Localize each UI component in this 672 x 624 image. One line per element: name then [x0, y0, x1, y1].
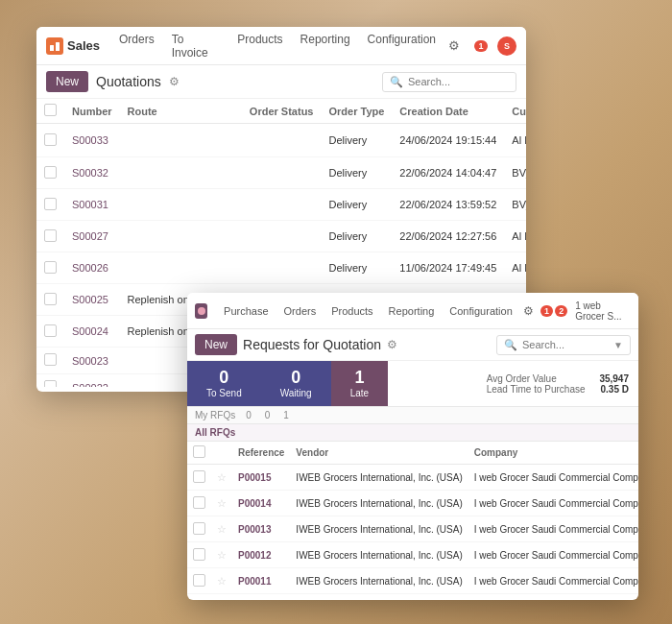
my-rfqs-label: My RFQs — [195, 410, 235, 420]
quotation-number-4[interactable]: S00026 — [64, 252, 120, 284]
quotation-number-0[interactable]: S00033 — [64, 124, 120, 157]
my-rfqs-section: My RFQs 0 0 1 — [187, 407, 638, 423]
quotation-type-1: Delivery — [321, 157, 392, 189]
my-rfqs-late: 1 — [283, 410, 289, 420]
row-checkbox-0[interactable] — [44, 133, 57, 146]
quotation-row: S00033 Delivery 24/06/2024 19:15:44 Al N… — [36, 124, 526, 157]
row-checkbox-4[interactable] — [44, 261, 57, 274]
quotation-number-2[interactable]: S00031 — [64, 189, 120, 221]
quotation-number-7[interactable]: S00023 — [64, 348, 120, 374]
my-rfqs-to-send: 0 — [246, 410, 252, 420]
purchase-nav-products[interactable]: Products — [324, 300, 379, 322]
rfq-reference-5[interactable]: P00010 — [232, 594, 290, 601]
svg-rect-0 — [50, 45, 54, 51]
sales-logo[interactable]: Sales — [46, 37, 100, 55]
row-checkbox-7[interactable] — [44, 353, 57, 366]
rfq-star-icon-3[interactable]: ☆ — [217, 549, 227, 561]
notification-badge-1[interactable]: 1 — [470, 36, 492, 57]
purchase-logo[interactable] — [195, 303, 207, 319]
stat-to-send-button[interactable]: 0 To Send — [187, 361, 261, 406]
lead-time-label: Lead Time to Purchase — [487, 384, 586, 395]
new-quotation-button[interactable]: New — [46, 71, 88, 92]
quotation-number-5[interactable]: S00025 — [64, 284, 120, 316]
quotation-number-6[interactable]: S00024 — [64, 316, 120, 348]
stat-waiting-label: Waiting — [280, 388, 312, 398]
avg-order-label: Avg Order Value — [487, 373, 557, 384]
row-checkbox-5[interactable] — [44, 293, 57, 305]
purchase-logo-dot — [198, 307, 205, 315]
rfq-star-icon-0[interactable]: ☆ — [217, 471, 227, 483]
sales-toolbar: New Quotations ⚙ 🔍 — [36, 65, 526, 99]
rfq-row-checkbox-3[interactable] — [193, 548, 205, 561]
rfq-select-all[interactable] — [193, 445, 205, 458]
web-grocer-label: 1 web Grocer S... — [575, 300, 631, 322]
quotation-customer-1: BV_User2 — [504, 157, 526, 189]
purchase-rfq-window: Purchase Orders Products Reporting Confi… — [187, 293, 638, 600]
quotation-route-3 — [120, 221, 242, 252]
quotation-type-2: Delivery — [321, 189, 392, 221]
stat-waiting-button[interactable]: 0 Waiting — [261, 361, 331, 406]
row-checkbox-6[interactable] — [44, 324, 57, 337]
settings-icon-btn[interactable]: ⚙ — [444, 36, 465, 57]
nav-item-configuration[interactable]: Configuration — [360, 27, 444, 65]
quotation-route-2 — [120, 189, 242, 221]
purchase-nav-purchase[interactable]: Purchase — [217, 300, 275, 322]
sales-logo-svg — [49, 40, 60, 52]
rfq-star-icon-2[interactable]: ☆ — [217, 523, 227, 535]
quotations-search-input[interactable] — [408, 76, 509, 87]
stat-late-count: 1 — [354, 369, 364, 386]
new-rfq-button[interactable]: New — [195, 334, 237, 355]
purchase-nav-reporting[interactable]: Reporting — [382, 300, 442, 322]
rfq-row-checkbox-5[interactable] — [193, 600, 205, 601]
quotation-type-3: Delivery — [321, 221, 392, 252]
quotation-customer-3: Al Nakhl Al Dhahabin... — [504, 221, 526, 252]
rfq-table-head: Reference Vendor Company Buyer Order Dea… — [187, 442, 638, 465]
row-checkbox-3[interactable] — [44, 229, 57, 242]
stat-late-button[interactable]: 1 Late — [331, 361, 388, 406]
user-icon-btn[interactable]: S — [497, 36, 516, 56]
purchase-settings-icon[interactable]: ⚙ — [521, 300, 537, 322]
rfq-stats-right: Avg Order Value 35,947 Lead Time to Purc… — [477, 361, 638, 406]
rfq-star-icon-1[interactable]: ☆ — [217, 497, 227, 509]
quotation-customer-0: Al Nakhl Al Dhahabin... — [504, 124, 526, 157]
purchase-nav-orders[interactable]: Orders — [277, 300, 324, 322]
rfq-search-input[interactable] — [522, 339, 609, 350]
quotations-table-head: Number Route Order Status Order Type Cre… — [36, 99, 526, 124]
sales-nav-bar: Sales Orders To Invoice Products Reporti… — [36, 27, 526, 65]
rfq-reference-1[interactable]: P00014 — [232, 491, 290, 516]
rfq-settings-icon[interactable]: ⚙ — [387, 338, 397, 351]
rfq-title: Requests for Quotation — [243, 337, 381, 352]
rfq-reference-3[interactable]: P00012 — [232, 542, 290, 568]
quotation-number-1[interactable]: S00032 — [64, 157, 120, 189]
purchase-nav-configuration[interactable]: Configuration — [443, 300, 518, 322]
row-checkbox-8[interactable] — [44, 380, 57, 387]
quotation-status-3 — [242, 221, 322, 252]
rfq-search-bar[interactable]: 🔍 ▼ — [496, 335, 631, 355]
rfq-toolbar: New Requests for Quotation ⚙ 🔍 ▼ — [187, 329, 638, 361]
quotations-settings-icon[interactable]: ⚙ — [169, 75, 180, 88]
rfq-row-checkbox-1[interactable] — [193, 496, 205, 509]
row-checkbox-2[interactable] — [44, 198, 57, 210]
quotation-number-3[interactable]: S00027 — [64, 221, 120, 252]
nav-item-products[interactable]: Products — [229, 27, 290, 65]
rfq-reference-0[interactable]: P00015 — [232, 465, 290, 491]
rfq-stats-bar: 0 To Send 0 Waiting 1 Late Avg Order Val… — [187, 361, 638, 407]
col-route: Route — [120, 99, 242, 124]
rfq-reference-4[interactable]: P00011 — [232, 568, 290, 594]
rfq-row-checkbox-2[interactable] — [193, 522, 205, 535]
quotation-number-8[interactable]: S00022 — [64, 374, 120, 388]
rfq-star-icon-4[interactable]: ☆ — [217, 575, 227, 587]
row-checkbox-1[interactable] — [44, 166, 57, 179]
nav-item-reporting[interactable]: Reporting — [293, 27, 358, 65]
quotation-route-1 — [120, 157, 242, 189]
quotations-search-bar[interactable]: 🔍 — [382, 72, 516, 92]
nav-item-orders[interactable]: Orders — [111, 27, 162, 65]
quotation-date-1: 22/06/2024 14:04:47 — [392, 157, 504, 189]
nav-item-toinvoice[interactable]: To Invoice — [164, 27, 228, 65]
rfq-row-checkbox-4[interactable] — [193, 574, 205, 587]
select-all-checkbox[interactable] — [44, 104, 57, 116]
rfq-row-checkbox-0[interactable] — [193, 470, 205, 483]
rfq-search-dropdown-icon[interactable]: ▼ — [613, 340, 623, 350]
col-number: Number — [64, 99, 120, 124]
rfq-reference-2[interactable]: P00013 — [232, 516, 290, 542]
